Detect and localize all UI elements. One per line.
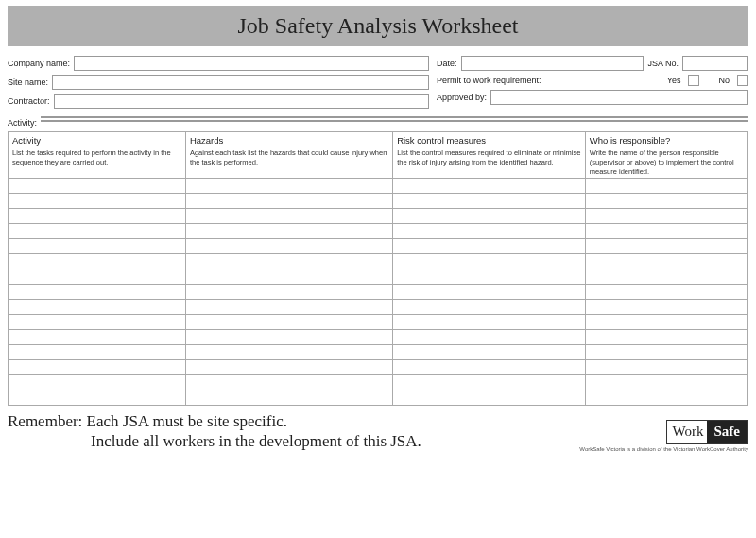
table-cell[interactable] (9, 315, 186, 330)
table-cell[interactable] (393, 209, 586, 224)
table-cell[interactable] (393, 224, 586, 239)
table-row (9, 194, 748, 209)
col-header-hazards: Hazards Against each task list the hazar… (185, 132, 392, 179)
table-cell[interactable] (9, 375, 186, 390)
table-cell[interactable] (585, 360, 747, 375)
table-row (9, 375, 748, 390)
table-cell[interactable] (585, 330, 747, 345)
table-cell[interactable] (585, 239, 747, 254)
table-cell[interactable] (185, 375, 392, 390)
table-cell[interactable] (393, 315, 586, 330)
table-cell[interactable] (585, 209, 747, 224)
label-permit: Permit to work requirement: (437, 76, 541, 85)
checkbox-yes[interactable] (688, 75, 699, 86)
input-activity-2[interactable] (41, 120, 748, 122)
table-cell[interactable] (9, 330, 186, 345)
label-yes: Yes (667, 76, 681, 85)
label-contractor: Contractor: (8, 96, 50, 106)
table-cell[interactable] (585, 315, 747, 330)
label-no: No (718, 76, 730, 85)
table-cell[interactable] (9, 224, 186, 239)
col-header-resp: Who is responsible? Write the name of th… (585, 132, 747, 179)
input-activity-1[interactable] (41, 116, 748, 118)
table-cell[interactable] (393, 254, 586, 269)
label-company-name: Company name: (8, 59, 70, 68)
table-cell[interactable] (393, 330, 586, 345)
table-cell[interactable] (393, 360, 586, 375)
table-cell[interactable] (185, 300, 392, 315)
checkbox-no[interactable] (737, 75, 748, 86)
table-row (9, 300, 748, 315)
table-row (9, 254, 748, 269)
table-cell[interactable] (585, 224, 747, 239)
label-activity: Activity: (8, 116, 37, 128)
table-cell[interactable] (185, 360, 392, 375)
table-cell[interactable] (9, 269, 186, 285)
table-row (9, 285, 748, 300)
table-cell[interactable] (585, 300, 747, 315)
table-cell[interactable] (9, 179, 186, 194)
input-date[interactable] (461, 56, 644, 71)
input-jsa-no[interactable] (682, 56, 748, 71)
table-row (9, 360, 748, 375)
table-cell[interactable] (185, 194, 392, 209)
table-cell[interactable] (185, 254, 392, 269)
table-cell[interactable] (393, 345, 586, 360)
table-cell[interactable] (185, 285, 392, 300)
table-row (9, 330, 748, 345)
table-cell[interactable] (585, 194, 747, 209)
input-contractor[interactable] (54, 94, 429, 109)
table-row (9, 269, 748, 285)
table-row (9, 224, 748, 239)
table-row (9, 239, 748, 254)
table-cell[interactable] (393, 194, 586, 209)
table-row (9, 179, 748, 194)
table-cell[interactable] (9, 360, 186, 375)
table-cell[interactable] (9, 390, 186, 406)
table-cell[interactable] (585, 285, 747, 300)
col-header-activity: Activity List the tasks required to perf… (9, 132, 186, 179)
table-cell[interactable] (585, 390, 747, 406)
table-cell[interactable] (185, 390, 392, 406)
table-cell[interactable] (393, 375, 586, 390)
table-cell[interactable] (185, 269, 392, 285)
input-company-name[interactable] (74, 56, 429, 71)
table-cell[interactable] (585, 269, 747, 285)
table-cell[interactable] (393, 239, 586, 254)
footer-reminder: Remember: Each JSA must be site specific… (8, 411, 421, 452)
table-cell[interactable] (585, 345, 747, 360)
input-approved-by[interactable] (490, 90, 748, 105)
table-cell[interactable] (185, 345, 392, 360)
table-cell[interactable] (9, 194, 186, 209)
table-cell[interactable] (9, 300, 186, 315)
table-cell[interactable] (585, 254, 747, 269)
table-cell[interactable] (585, 179, 747, 194)
table-row (9, 209, 748, 224)
table-cell[interactable] (185, 224, 392, 239)
table-cell[interactable] (185, 315, 392, 330)
table-cell[interactable] (393, 390, 586, 406)
table-cell[interactable] (393, 269, 586, 285)
label-site-name: Site name: (8, 78, 48, 87)
table-cell[interactable] (185, 179, 392, 194)
info-section: Company name: Site name: Contractor: Dat… (8, 56, 748, 113)
label-jsa-no: JSA No. (647, 59, 679, 68)
col-header-risk: Risk control measures List the control m… (393, 132, 586, 179)
table-cell[interactable] (393, 179, 586, 194)
table-cell[interactable] (185, 239, 392, 254)
input-site-name[interactable] (52, 75, 429, 90)
table-row (9, 315, 748, 330)
table-cell[interactable] (9, 345, 186, 360)
table-row (9, 390, 748, 406)
table-cell[interactable] (9, 209, 186, 224)
table-cell[interactable] (9, 254, 186, 269)
worksafe-logo: Work Safe (666, 420, 748, 444)
label-date: Date: (437, 59, 457, 68)
table-cell[interactable] (9, 285, 186, 300)
table-cell[interactable] (9, 239, 186, 254)
table-cell[interactable] (585, 375, 747, 390)
table-cell[interactable] (393, 300, 586, 315)
table-cell[interactable] (185, 209, 392, 224)
table-cell[interactable] (393, 285, 586, 300)
table-cell[interactable] (185, 330, 392, 345)
